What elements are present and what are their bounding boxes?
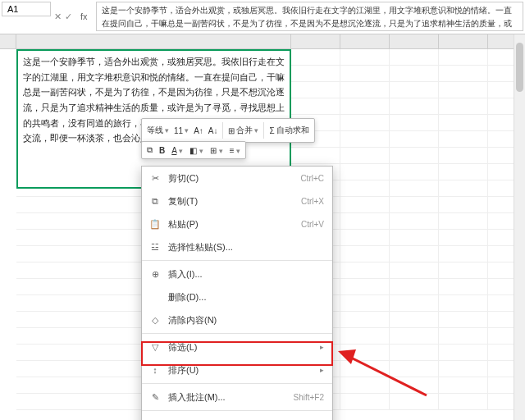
cm-clear[interactable]: ◇清除内容(N)	[142, 308, 332, 331]
cm-insert[interactable]: ⊕插入(I)...	[142, 262, 332, 285]
cancel-icon[interactable]: ✕	[54, 11, 62, 22]
increase-font-icon[interactable]: A↑	[194, 126, 203, 135]
cm-delete[interactable]: 删除(D)...	[142, 285, 332, 308]
decrease-font-icon[interactable]: A↓	[208, 126, 218, 135]
column-headers	[0, 34, 525, 49]
scrollbar-thumb[interactable]	[516, 43, 523, 92]
font-family-dropdown[interactable]: 等线 ▾	[147, 125, 169, 136]
align-button[interactable]: ≡ ▾	[230, 146, 241, 155]
cm-insert-comment[interactable]: ✎插入批注(M)...Shift+F2	[142, 386, 332, 409]
fx-icon[interactable]: fx	[75, 11, 93, 21]
merge-cell-button[interactable]: ⊞ 合并 ▾	[228, 125, 258, 136]
font-color-button[interactable]: A ▾	[171, 146, 183, 155]
paste-special-icon: ☳	[148, 242, 162, 253]
cut-icon: ✂	[148, 173, 162, 184]
confirm-icon[interactable]: ✓	[65, 11, 72, 22]
font-size-dropdown[interactable]: 11 ▾	[174, 126, 189, 135]
bold-button[interactable]: B	[159, 146, 165, 155]
name-box[interactable]: A1	[2, 2, 51, 16]
paste-icon: 📋	[148, 219, 162, 230]
filter-icon: ▽	[148, 342, 162, 353]
formula-toolbar: A1 ✕ ✓ fx 这是一个安静季节，适合外出观赏，或独居冥思。我依旧行走在文字…	[0, 0, 525, 34]
cm-paste[interactable]: 📋粘贴(P)Ctrl+V	[142, 212, 332, 235]
border-button[interactable]: ⊞ ▾	[210, 146, 223, 155]
cm-paste-special[interactable]: ☳选择性粘贴(S)...	[142, 235, 332, 258]
cm-filter[interactable]: ▽筛选(L)▸	[142, 336, 332, 358]
cm-copy[interactable]: ⧉复制(T)Ctrl+X	[142, 189, 332, 212]
mini-toolbar-row2: ⧉ B A ▾ ◧ ▾ ⊞ ▾ ≡ ▾	[141, 141, 246, 159]
cm-cut[interactable]: ✂剪切(C)Ctrl+C	[142, 167, 332, 189]
context-menu: ✂剪切(C)Ctrl+C ⧉复制(T)Ctrl+X 📋粘贴(P)Ctrl+V ☳…	[141, 166, 333, 420]
mini-toolbar: 等线 ▾ 11 ▾ A↑ A↓ ⊞ 合并 ▾ Σ 自动求和	[141, 118, 315, 143]
spreadsheet: 这是一个安静季节，适合外出观赏，或独居冥思。我依旧行走在文字的江湖里，用文字堆积…	[0, 34, 525, 420]
autosum-button[interactable]: Σ 自动求和	[269, 125, 308, 136]
cm-sort[interactable]: ↕排序(U)▸	[142, 358, 332, 381]
insert-icon: ⊕	[148, 269, 162, 280]
comment-icon: ✎	[148, 392, 162, 403]
vertical-scrollbar[interactable]	[514, 34, 525, 420]
sort-icon: ↕	[148, 365, 162, 375]
format-painter-icon[interactable]: ⧉	[147, 145, 153, 155]
clear-icon: ◇	[148, 315, 162, 326]
fill-color-button[interactable]: ◧ ▾	[189, 146, 203, 155]
copy-icon: ⧉	[148, 196, 162, 207]
cm-format-cells[interactable]: ⚙设置单元格格式(F)...Ctrl+1	[142, 413, 332, 420]
formula-bar[interactable]: 这是一个安静季节，适合外出观赏，或独居冥思。我依旧行走在文字的江湖里，用文字堆积…	[96, 2, 523, 31]
